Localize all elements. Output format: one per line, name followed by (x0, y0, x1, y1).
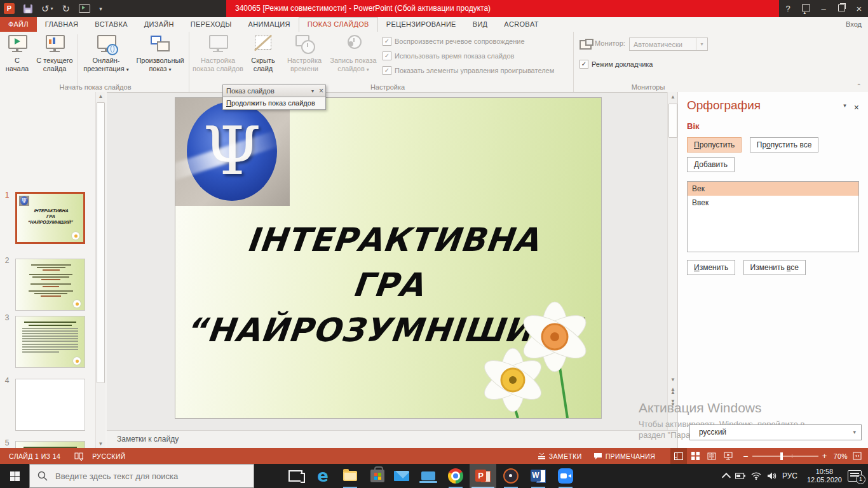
from-beginning-button[interactable]: С начала (3, 34, 32, 88)
normal-view-button[interactable] (670, 448, 687, 464)
fit-slide-icon[interactable] (853, 452, 862, 460)
recorder-icon[interactable] (498, 464, 524, 488)
battery-icon[interactable] (735, 473, 745, 479)
monitor-dropdown[interactable]: Автоматически ▾ (629, 37, 708, 51)
task-view-button[interactable] (282, 464, 309, 488)
store-icon[interactable] (364, 464, 391, 488)
scroll-down-icon[interactable]: ▼ (96, 441, 105, 447)
tab-home[interactable]: ГЛАВНАЯ (37, 17, 87, 32)
slide-counter[interactable]: СЛАЙД 1 ИЗ 14 (9, 452, 60, 460)
popup-header[interactable]: Показ слайдов ▾ × (222, 85, 326, 97)
spelling-language-dropdown[interactable]: русский ▾ (689, 424, 862, 440)
ignore-button[interactable]: Пропустить (687, 137, 742, 152)
comments-toggle[interactable]: ПРИМЕЧАНИЯ (593, 452, 656, 460)
wifi-icon[interactable] (751, 472, 761, 480)
reading-view-button[interactable] (703, 448, 720, 464)
taskbar-search[interactable] (29, 464, 254, 488)
tab-animations[interactable]: АНИМАЦИЯ (240, 17, 299, 32)
suggestion-item[interactable]: Ввек (688, 196, 858, 210)
notes-toggle[interactable]: ЗАМЕТКИ (538, 452, 582, 460)
scrollbar-thumb[interactable] (668, 104, 677, 138)
thumbnail-scrollbar[interactable]: ▲ ▼ (95, 92, 105, 448)
slide-scrollbar[interactable]: ▲ ▼ ▲▲ ▼▼ (667, 92, 678, 448)
checkbox-show-controls[interactable]: ✓ Показать элементы управления проигрыва… (383, 66, 554, 75)
previous-slide-icon[interactable]: ▲▲ (668, 388, 678, 394)
zoom-slider[interactable] (752, 456, 818, 457)
zoom-out-icon[interactable]: − (743, 451, 749, 461)
volume-icon[interactable] (767, 472, 776, 480)
thumbnail-slide-1[interactable]: Ψ ІНТЕРАКТИВНАГРА“НАЙРОЗУМНІШИЙ” (15, 192, 85, 244)
add-button[interactable]: Добавить (687, 157, 735, 172)
chevron-down-icon[interactable]: ▾ (311, 88, 314, 94)
edge-icon[interactable]: e (309, 464, 336, 488)
tab-view[interactable]: ВИД (465, 17, 496, 32)
suggestion-item[interactable]: Век (688, 182, 858, 196)
start-slideshow-icon[interactable] (79, 4, 90, 13)
scroll-down-icon[interactable]: ▼ (668, 377, 678, 383)
tab-insert[interactable]: ВСТАВКА (86, 17, 135, 32)
notification-center-icon[interactable]: 1 (848, 470, 862, 482)
save-icon[interactable] (24, 4, 32, 13)
psi-logo-image[interactable]: Ψ (175, 98, 290, 206)
tab-acrobat[interactable]: ACROBAT (496, 17, 546, 32)
present-online-button[interactable]: Онлайн-презентация ▾ (80, 34, 132, 88)
language-indicator[interactable]: РУССКИЙ (92, 452, 126, 460)
scroll-up-icon[interactable]: ▲ (668, 94, 678, 100)
start-button[interactable] (0, 464, 29, 488)
pc-settings-icon[interactable] (415, 464, 442, 488)
checkbox-use-timings[interactable]: ✓ Использовать время показа слайдов (383, 51, 514, 60)
custom-slideshow-button[interactable]: Произвольный показ ▾ (133, 34, 187, 88)
search-input[interactable] (54, 471, 241, 482)
customize-qat-icon[interactable]: ▾ (99, 6, 102, 12)
scrollbar-thumb[interactable] (97, 102, 105, 383)
slideshow-view-button[interactable] (720, 448, 736, 464)
close-icon[interactable]: × (319, 86, 323, 95)
tab-transitions[interactable]: ПЕРЕХОДЫ (182, 17, 240, 32)
chrome-icon[interactable] (442, 464, 469, 488)
tray-clock[interactable]: 10:58 12.05.2020 (807, 468, 842, 484)
thumbnail-slide-3[interactable] (15, 316, 85, 368)
hidden-icons-chevron[interactable] (723, 471, 729, 480)
help-icon[interactable]: ? (779, 0, 797, 17)
powerpoint-taskbar-icon[interactable]: P (470, 464, 496, 488)
close-icon[interactable]: × (854, 102, 859, 112)
tab-file[interactable]: ФАЙЛ (0, 17, 37, 32)
zoom-app-icon[interactable] (552, 464, 579, 488)
powerpoint-app-icon[interactable]: P (4, 3, 15, 14)
spell-check-icon[interactable] (74, 452, 83, 461)
ignore-all-button[interactable]: Пропустить все (750, 137, 819, 152)
next-slide-icon[interactable]: ▼▼ (668, 400, 678, 406)
minimize-icon[interactable]: – (815, 0, 832, 17)
keyboard-language[interactable]: РУС (782, 471, 797, 480)
checkbox-play-narration[interactable]: ✓ Воспроизвести речевое сопровождение (383, 37, 525, 46)
zoom-percentage[interactable]: 70% (834, 452, 848, 460)
ribbon-display-icon[interactable] (797, 0, 815, 17)
notes-pane[interactable]: Заметки к слайду (107, 430, 677, 448)
tab-review[interactable]: РЕЦЕНЗИРОВАНИЕ (378, 17, 465, 32)
chevron-down-icon[interactable]: ▾ (843, 102, 846, 112)
change-button[interactable]: Изменить (687, 260, 735, 275)
close-icon[interactable]: × (850, 0, 868, 17)
change-all-button[interactable]: Изменить все (743, 260, 806, 275)
undo-icon[interactable]: ↺▾ (41, 3, 53, 15)
tab-design[interactable]: ДИЗАЙН (136, 17, 182, 32)
zoom-slider-thumb[interactable] (780, 452, 783, 460)
record-slideshow-button[interactable]: Запись показа слайдов ▾ (327, 34, 380, 88)
tab-slideshow[interactable]: ПОКАЗ СЛАЙДОВ (299, 17, 378, 33)
zoom-in-icon[interactable]: + (822, 451, 827, 461)
file-explorer-icon[interactable] (337, 464, 363, 488)
scroll-up-icon[interactable]: ▲ (96, 93, 105, 99)
popup-item-continue-slideshow[interactable]: Продолжить показ слайдов (222, 97, 326, 110)
word-icon[interactable]: W (525, 464, 552, 488)
redo-icon[interactable]: ↻ (62, 3, 71, 15)
slide-sorter-view-button[interactable] (687, 448, 703, 464)
thumbnail-slide-4[interactable] (15, 379, 85, 431)
restore-icon[interactable] (832, 0, 850, 17)
thumbnail-slide-2[interactable] (15, 259, 85, 311)
collapse-ribbon-icon[interactable]: ⌃ (857, 83, 862, 90)
rehearse-timings-button[interactable]: Настройка времени (282, 34, 327, 88)
mail-icon[interactable] (388, 464, 415, 488)
slide-canvas[interactable]: Ψ ІНТЕРАКТИВНА ГРА “НАЙРОЗУМНІШИЙ” (175, 97, 602, 419)
hide-slide-button[interactable]: Скрыть слайд (246, 34, 280, 88)
setup-slideshow-button[interactable]: Настройка показа слайдов (191, 34, 245, 88)
